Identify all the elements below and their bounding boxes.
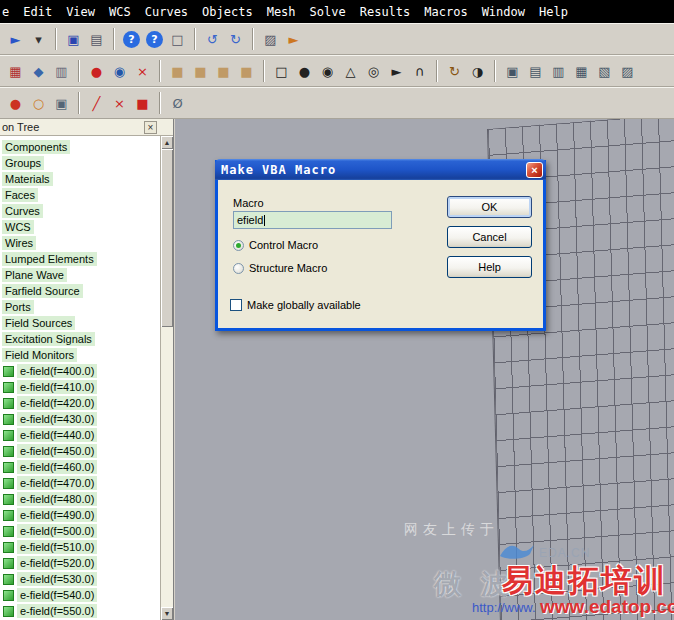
brick-icon[interactable]: ■	[167, 61, 188, 81]
tree-item-efield[interactable]: e-field(f=450.0)	[0, 443, 160, 459]
tile-horizontal-icon[interactable]: ▥	[548, 61, 569, 81]
tree-item-efield[interactable]: e-field(f=400.0)	[0, 363, 160, 379]
cylinder-primitive-icon[interactable]: ●	[294, 61, 315, 81]
help-context-icon[interactable]: ?	[123, 31, 140, 48]
tree-item[interactable]: Wires	[0, 235, 160, 251]
menu-item[interactable]: WCS	[102, 5, 138, 19]
tree-item[interactable]: Field Monitors	[0, 347, 160, 363]
tree-item-efield[interactable]: e-field(f=430.0)	[0, 411, 160, 427]
print-icon[interactable]: ▤	[86, 29, 107, 49]
scrollbar-down-icon[interactable]: ▼	[161, 607, 173, 620]
tree-item[interactable]: Materials	[0, 171, 160, 187]
new-window-icon[interactable]: ▣	[502, 61, 523, 81]
menu-item[interactable]: Solve	[303, 5, 353, 19]
tree-item-efield[interactable]: e-field(f=530.0)	[0, 571, 160, 587]
menu-item[interactable]: e	[0, 5, 16, 19]
cancel-button[interactable]: Cancel	[447, 226, 532, 248]
menu-item[interactable]: Results	[353, 5, 418, 19]
control-macro-radio[interactable]: Control Macro	[233, 239, 318, 251]
blend-icon[interactable]: ◑	[467, 61, 488, 81]
tree-item-efield[interactable]: e-field(f=500.0)	[0, 523, 160, 539]
tree-item[interactable]: Faces	[0, 187, 160, 203]
help-button[interactable]: Help	[447, 256, 532, 278]
menu-item[interactable]: Edit	[16, 5, 59, 19]
torus-primitive-icon[interactable]: ◎	[363, 61, 384, 81]
scrollbar-up-icon[interactable]: ▲	[161, 136, 173, 149]
help-icon[interactable]: ?	[146, 31, 163, 48]
menu-item[interactable]: View	[59, 5, 102, 19]
cascade-windows-icon[interactable]: ▤	[525, 61, 546, 81]
delete-segment-icon[interactable]: ×	[109, 93, 130, 113]
ok-button[interactable]: OK	[447, 196, 532, 218]
select-arrow-icon[interactable]: ►	[5, 29, 26, 49]
tree-item-efield[interactable]: e-field(f=470.0)	[0, 475, 160, 491]
tree-item-efield[interactable]: e-field(f=420.0)	[0, 395, 160, 411]
tree-item-efield[interactable]: e-field(f=540.0)	[0, 587, 160, 603]
group-icon[interactable]: ■	[190, 61, 211, 81]
make-globally-available-checkbox[interactable]: Make globally available	[230, 299, 361, 311]
pencil-icon[interactable]: ╱	[86, 93, 107, 113]
extrude-primitive-icon[interactable]: ►	[386, 61, 407, 81]
zoom-window-icon[interactable]: ▧	[594, 61, 615, 81]
run-macro-icon[interactable]: ►	[283, 29, 304, 49]
solid-icon[interactable]: ■	[236, 61, 257, 81]
disable-icon[interactable]: Ø	[167, 93, 188, 113]
component-icon[interactable]: ■	[213, 61, 234, 81]
circle-tool-icon[interactable]: ○	[28, 93, 49, 113]
tree-item[interactable]: Ports	[0, 299, 160, 315]
tree-item-efield[interactable]: e-field(f=440.0)	[0, 427, 160, 443]
macro-name-input[interactable]: efield	[233, 211, 392, 229]
menu-item[interactable]: Window	[475, 5, 532, 19]
tree-item[interactable]: Groups	[0, 155, 160, 171]
units-icon[interactable]: ▦	[5, 61, 26, 81]
cone-primitive-icon[interactable]: △	[340, 61, 361, 81]
tree-item-efield[interactable]: e-field(f=550.0)	[0, 603, 160, 619]
tree-item[interactable]: Components	[0, 139, 160, 155]
fit-window-icon[interactable]: ▨	[617, 61, 638, 81]
tile-vertical-icon[interactable]: ▦	[571, 61, 592, 81]
redo-icon[interactable]: ↻	[225, 29, 246, 49]
tree-item[interactable]: Excitation Signals	[0, 331, 160, 347]
tree-item[interactable]: Lumped Elements	[0, 251, 160, 267]
tree-item[interactable]: Field Sources	[0, 315, 160, 331]
tree-item-efield[interactable]: e-field(f=480.0)	[0, 491, 160, 507]
tree-item-efield[interactable]: e-field(f=510.0)	[0, 539, 160, 555]
tree-item[interactable]: WCS	[0, 219, 160, 235]
menu-item[interactable]: Curves	[138, 5, 195, 19]
toolbar-separator	[55, 28, 57, 50]
material-list-icon[interactable]: ▥	[51, 61, 72, 81]
scrollbar-thumb[interactable]	[161, 149, 173, 327]
transform-icon[interactable]: ↻	[444, 61, 465, 81]
tree-close-button[interactable]: ×	[144, 121, 157, 134]
menu-item[interactable]: Macros	[417, 5, 474, 19]
save-icon[interactable]: ▣	[63, 29, 84, 49]
menu-item[interactable]: Help	[532, 5, 575, 19]
tree-item[interactable]: Plane Wave	[0, 267, 160, 283]
tree-scrollbar[interactable]: ▲ ▼	[160, 136, 173, 620]
snapshot-icon[interactable]: ▣	[51, 93, 72, 113]
structure-macro-radio[interactable]: Structure Macro	[233, 262, 327, 274]
record-macro-icon[interactable]: ●	[5, 93, 26, 113]
background-material-icon[interactable]: ◆	[28, 61, 49, 81]
menu-item[interactable]: Objects	[195, 5, 260, 19]
dialog-close-button[interactable]: ×	[526, 162, 543, 178]
tree-item-efield[interactable]: e-field(f=490.0)	[0, 507, 160, 523]
box-primitive-icon[interactable]: □	[271, 61, 292, 81]
menu-item[interactable]: Mesh	[260, 5, 303, 19]
tree-item-efield[interactable]: e-field(f=410.0)	[0, 379, 160, 395]
tree-item[interactable]: Curves	[0, 203, 160, 219]
sphere-primitive-icon[interactable]: ◉	[317, 61, 338, 81]
undo-icon[interactable]: ↺	[202, 29, 223, 49]
dropdown-caret-icon[interactable]: ▾	[28, 29, 49, 49]
dialog-title-bar[interactable]: Make VBA Macro ×	[215, 159, 546, 180]
export-icon[interactable]: ▨	[260, 29, 281, 49]
clear-picks-icon[interactable]: ×	[132, 61, 153, 81]
pick-edge-icon[interactable]: ◉	[109, 61, 130, 81]
loft-primitive-icon[interactable]: ∩	[409, 61, 430, 81]
tree-item-efield[interactable]: e-field(f=520.0)	[0, 555, 160, 571]
tree-item-efield[interactable]: e-field(f=460.0)	[0, 459, 160, 475]
copy-image-icon[interactable]: □	[167, 29, 188, 49]
pick-point-icon[interactable]: ●	[86, 61, 107, 81]
tree-item[interactable]: Farfield Source	[0, 283, 160, 299]
face-tool-icon[interactable]: ■	[132, 93, 153, 113]
